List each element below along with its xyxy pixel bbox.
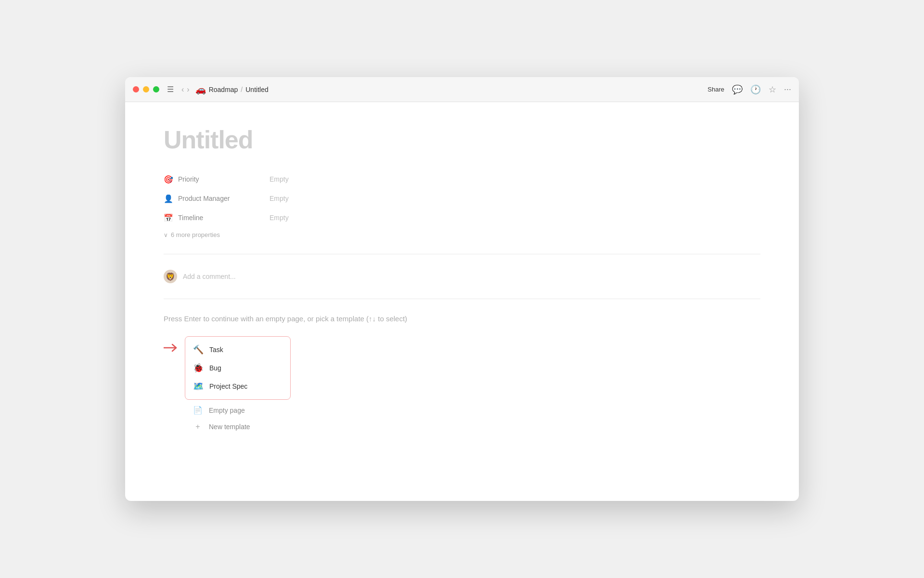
comment-area[interactable]: 🦁 Add a comment... <box>164 262 760 291</box>
chevron-down-icon: ∨ <box>164 232 168 238</box>
new-template-label: New template <box>209 423 250 431</box>
favorite-icon[interactable]: ☆ <box>769 84 776 95</box>
more-options-icon[interactable]: ··· <box>784 84 791 94</box>
empty-page-label: Empty page <box>209 407 245 414</box>
timeline-label: Timeline <box>178 214 203 222</box>
share-button[interactable]: Share <box>707 86 724 93</box>
template-prompt: Press Enter to continue with an empty pa… <box>164 315 760 323</box>
forward-arrow-icon[interactable]: › <box>187 85 189 94</box>
property-row-product-manager[interactable]: 👤 Product Manager Empty <box>164 189 760 208</box>
avatar: 🦁 <box>164 270 177 283</box>
priority-label: Priority <box>178 175 199 183</box>
breadcrumb: 🚗 Roadmap / Untitled <box>195 84 269 95</box>
empty-page-icon: 📄 <box>192 406 203 415</box>
comment-divider <box>164 299 760 299</box>
nav-arrows: ‹ › <box>181 85 190 94</box>
template-item-bug[interactable]: 🐞 Bug <box>185 359 290 377</box>
arrow-indicator <box>164 342 181 354</box>
priority-icon: 🎯 <box>164 175 173 184</box>
product-manager-icon: 👤 <box>164 194 173 203</box>
property-label-product-manager: 👤 Product Manager <box>164 194 270 203</box>
minimize-button[interactable] <box>143 86 149 92</box>
task-label: Task <box>209 346 223 354</box>
bug-icon: 🐞 <box>193 363 204 373</box>
product-manager-value: Empty <box>270 195 289 202</box>
priority-value: Empty <box>270 175 289 183</box>
property-row-timeline[interactable]: 📅 Timeline Empty <box>164 208 760 227</box>
template-panel-wrapper: 🔨 Task 🐞 Bug 🗺️ Project Spec 📄 <box>164 336 760 435</box>
template-item-project-spec[interactable]: 🗺️ Project Spec <box>185 377 290 395</box>
comment-icon[interactable]: 💬 <box>732 84 743 95</box>
close-button[interactable] <box>133 86 139 92</box>
more-properties-label: 6 more properties <box>171 231 220 238</box>
more-properties-toggle[interactable]: ∨ 6 more properties <box>164 227 760 242</box>
page-title[interactable]: Untitled <box>164 125 760 154</box>
content-area: Untitled 🎯 Priority Empty 👤 Product Mana… <box>125 102 799 501</box>
breadcrumb-current: Untitled <box>245 86 268 93</box>
breadcrumb-emoji: 🚗 <box>195 84 206 95</box>
avatar-emoji: 🦁 <box>166 272 175 281</box>
menu-icon[interactable]: ☰ <box>167 85 174 94</box>
app-window: ☰ ‹ › 🚗 Roadmap / Untitled Share 💬 🕐 ☆ ·… <box>125 77 799 501</box>
arrow-right-icon <box>164 342 181 354</box>
property-label-timeline: 📅 Timeline <box>164 213 270 223</box>
properties-divider <box>164 254 760 254</box>
traffic-lights <box>133 86 159 92</box>
new-template-icon: + <box>192 422 203 431</box>
template-panel: 🔨 Task 🐞 Bug 🗺️ Project Spec 📄 <box>185 336 291 435</box>
template-item-task[interactable]: 🔨 Task <box>185 341 290 359</box>
titlebar-actions: Share 💬 🕐 ☆ ··· <box>707 84 791 95</box>
timeline-value: Empty <box>270 214 289 222</box>
breadcrumb-parent[interactable]: Roadmap <box>209 86 238 93</box>
task-icon: 🔨 <box>193 344 204 355</box>
breadcrumb-separator: / <box>241 86 243 93</box>
template-panel-inner: 🔨 Task 🐞 Bug 🗺️ Project Spec <box>185 336 291 400</box>
empty-page-item[interactable]: 📄 Empty page <box>185 402 291 419</box>
titlebar: ☰ ‹ › 🚗 Roadmap / Untitled Share 💬 🕐 ☆ ·… <box>125 77 799 102</box>
template-extras: 📄 Empty page + New template <box>185 400 291 435</box>
product-manager-label: Product Manager <box>178 195 230 202</box>
bug-label: Bug <box>209 364 221 372</box>
new-template-item[interactable]: + New template <box>185 419 291 435</box>
property-label-priority: 🎯 Priority <box>164 175 270 184</box>
back-arrow-icon[interactable]: ‹ <box>181 85 184 94</box>
timeline-icon: 📅 <box>164 213 173 223</box>
property-row-priority[interactable]: 🎯 Priority Empty <box>164 170 760 189</box>
history-icon[interactable]: 🕐 <box>750 84 761 95</box>
properties-section: 🎯 Priority Empty 👤 Product Manager Empty… <box>164 170 760 242</box>
comment-placeholder[interactable]: Add a comment... <box>183 273 236 280</box>
project-spec-label: Project Spec <box>209 382 247 390</box>
maximize-button[interactable] <box>153 86 159 92</box>
project-spec-icon: 🗺️ <box>193 381 204 392</box>
